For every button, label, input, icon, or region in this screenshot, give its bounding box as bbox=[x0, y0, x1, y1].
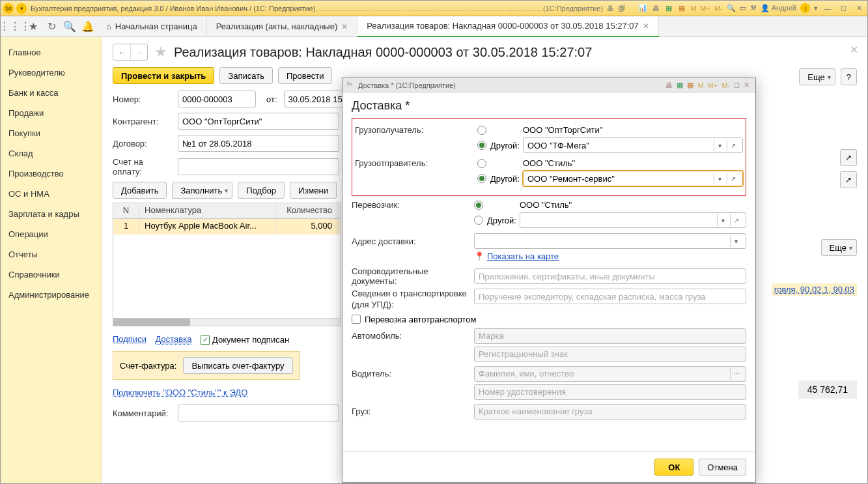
print2-icon[interactable]: 🖶 bbox=[651, 4, 660, 13]
tab-realization-doc[interactable]: Реализация товаров: Накладная 0000-00000… bbox=[357, 16, 659, 37]
search-icon[interactable]: 🔍 bbox=[61, 18, 79, 36]
info-menu-icon[interactable]: ▾ bbox=[814, 4, 818, 12]
nav-forward-icon[interactable]: → bbox=[130, 44, 147, 60]
signed-checkbox[interactable]: ✓ Документ подписан bbox=[201, 335, 289, 345]
contractor-input[interactable] bbox=[178, 113, 339, 130]
add-button[interactable]: Добавить bbox=[113, 182, 167, 199]
star-icon[interactable]: ★ bbox=[154, 44, 167, 61]
sidebar-item-manager[interactable]: Руководителю bbox=[1, 63, 102, 83]
contract-input[interactable] bbox=[178, 135, 339, 152]
open-icon[interactable]: ↗ bbox=[727, 139, 738, 151]
consignor-other-radio[interactable]: Другой: bbox=[477, 174, 523, 184]
user-icon[interactable]: 👤 Андрей bbox=[761, 4, 796, 12]
pick-button[interactable]: Подбор bbox=[238, 182, 285, 199]
open-icon3[interactable]: ↗ bbox=[730, 214, 742, 226]
table-more-button[interactable]: Еще bbox=[821, 239, 857, 256]
info-icon[interactable]: i bbox=[800, 3, 810, 13]
mem-mplus[interactable]: M+ bbox=[700, 5, 710, 12]
post-close-button[interactable]: Провести и закрыть bbox=[113, 67, 214, 84]
sidebar-item-catalogs[interactable]: Справочники bbox=[1, 264, 102, 285]
modal-mp[interactable]: M+ bbox=[708, 81, 718, 89]
consignee-other-radio[interactable]: Другой: bbox=[477, 141, 523, 150]
dropdown-icon4[interactable]: ▾ bbox=[730, 235, 742, 247]
consignee-default-radio[interactable] bbox=[477, 126, 523, 135]
consignor-default-radio[interactable] bbox=[477, 159, 523, 168]
auto-checkbox[interactable] bbox=[352, 315, 361, 324]
save-button[interactable]: Записать bbox=[219, 67, 273, 84]
ok-button[interactable]: ОК bbox=[654, 459, 693, 476]
sidebar-item-warehouse[interactable]: Склад bbox=[1, 143, 102, 164]
tool-icon[interactable]: ⚒ bbox=[750, 4, 757, 12]
tab2-close-icon[interactable]: ✕ bbox=[341, 22, 348, 31]
zoom-icon[interactable]: 🔍 bbox=[727, 4, 736, 12]
preview-icon[interactable]: 🗐 bbox=[618, 5, 625, 12]
sidebar-item-admin[interactable]: Администрирование bbox=[1, 285, 102, 305]
carrier-other-input[interactable]: ▾↗ bbox=[520, 212, 746, 228]
help-button[interactable]: ? bbox=[841, 68, 857, 85]
calendar-icon[interactable]: ▦ bbox=[664, 4, 673, 13]
tab-realization-list[interactable]: Реализация (акты, накладные) ✕ bbox=[207, 16, 358, 37]
tab3-close-icon[interactable]: ✕ bbox=[643, 21, 649, 31]
number-input[interactable] bbox=[178, 91, 256, 107]
close-doc-icon[interactable]: ✕ bbox=[850, 44, 858, 56]
sidebar-item-production[interactable]: Производство bbox=[1, 164, 102, 184]
minimize-icon[interactable]: — bbox=[822, 5, 833, 12]
items-grid[interactable]: N Номенклатура Количество 1 Ноутбук Appl… bbox=[113, 203, 341, 326]
modal-cal1-icon[interactable]: ▦ bbox=[677, 81, 683, 89]
fill-button[interactable]: Заполнить bbox=[172, 182, 232, 199]
modal-cal2-icon[interactable]: ▦ bbox=[687, 81, 693, 89]
post-button[interactable]: Провести bbox=[278, 67, 333, 84]
map-link[interactable]: Показать на карте bbox=[487, 251, 559, 261]
bell-icon[interactable]: 🔔 bbox=[79, 18, 97, 36]
calc-icon[interactable]: 📊 bbox=[638, 4, 647, 13]
sf-button[interactable]: Выписать счет-фактуру bbox=[183, 357, 292, 374]
maximize-icon[interactable]: ◻ bbox=[837, 4, 849, 12]
history-icon[interactable]: ↻ bbox=[42, 18, 61, 36]
change-button[interactable]: Измени bbox=[290, 182, 337, 199]
dropdown-icon2[interactable]: ▾ bbox=[714, 173, 725, 184]
consignee-other-input[interactable]: ООО "ТФ-Мега" ▾↗ bbox=[523, 137, 743, 153]
open-icon2[interactable]: ↗ bbox=[727, 173, 738, 184]
more-button[interactable]: Еще bbox=[799, 68, 835, 85]
docs-input[interactable]: Приложения, сертификаты, иные документы bbox=[474, 268, 746, 284]
dropdown-icon3[interactable]: ▾ bbox=[717, 214, 729, 226]
open-ref-icon[interactable]: ↗ bbox=[840, 149, 857, 166]
sign-link[interactable]: Подписи bbox=[113, 334, 147, 344]
modal-close-icon[interactable]: ✕ bbox=[744, 81, 749, 89]
open-ref2-icon[interactable]: ↗ bbox=[840, 171, 857, 188]
sidebar-item-reports[interactable]: Отчеты bbox=[1, 244, 102, 264]
window-list-icon[interactable]: ▭ bbox=[740, 4, 746, 12]
consignor-other-input[interactable]: ООО "Ремонт-сервис" ▾↗ bbox=[523, 171, 743, 186]
modal-print-icon[interactable]: 🖶 bbox=[665, 81, 673, 89]
h-scrollbar[interactable] bbox=[113, 318, 340, 326]
edo-link[interactable]: Подключить "ООО "Стиль"" к ЭДО bbox=[113, 388, 247, 397]
print-icon[interactable]: 🖶 bbox=[607, 5, 614, 12]
carrier-other-radio[interactable]: Другой: bbox=[474, 216, 520, 225]
trans-input[interactable]: Поручение экспедитору, складская расписк… bbox=[474, 289, 746, 304]
sidebar-item-purchases[interactable]: Покупки bbox=[1, 123, 102, 143]
cancel-button[interactable]: Отмена bbox=[699, 459, 746, 476]
apps-icon[interactable]: ⋮⋮⋮ bbox=[6, 18, 24, 36]
sidebar-item-sales[interactable]: Продажи bbox=[1, 103, 102, 123]
tab-home[interactable]: ⌂ Начальная страница bbox=[97, 16, 207, 37]
table-row[interactable]: 1 Ноутбук Apple MacBook Air... 5,000 bbox=[113, 219, 340, 235]
modal-mm[interactable]: M- bbox=[721, 81, 730, 89]
addr-input[interactable]: ▾ bbox=[474, 233, 746, 249]
vat-link[interactable]: говля, 90.02.1, 90.03 bbox=[772, 283, 857, 296]
sidebar-item-assets[interactable]: ОС и НМА bbox=[1, 184, 102, 204]
modal-max-icon[interactable]: ◻ bbox=[734, 81, 740, 89]
app-menu-icon[interactable]: ▾ bbox=[16, 3, 27, 14]
invoice-input[interactable] bbox=[178, 158, 339, 175]
sidebar-item-main[interactable]: Главное bbox=[1, 42, 102, 63]
sidebar-item-operations[interactable]: Операции bbox=[1, 224, 102, 244]
modal-m[interactable]: M bbox=[697, 81, 703, 89]
mem-m[interactable]: M bbox=[690, 5, 696, 12]
favorite-icon[interactable]: ★ bbox=[24, 18, 42, 36]
delivery-link[interactable]: Доставка bbox=[156, 334, 192, 345]
close-icon[interactable]: ✕ bbox=[853, 4, 865, 12]
sidebar-item-hr[interactable]: Зарплата и кадры bbox=[1, 204, 102, 224]
mem-mminus[interactable]: M- bbox=[714, 5, 723, 12]
nav-back-icon[interactable]: ← bbox=[113, 44, 130, 60]
dropdown-icon[interactable]: ▾ bbox=[714, 139, 725, 151]
carrier-default-radio[interactable] bbox=[474, 201, 520, 210]
